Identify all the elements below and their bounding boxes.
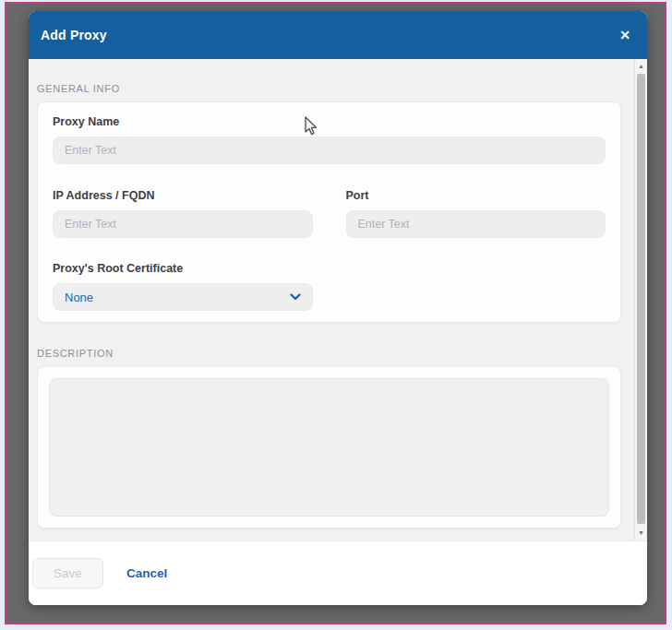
root-certificate-label: Proxy's Root Certificate	[53, 262, 313, 275]
vertical-scrollbar[interactable]: ▲ ▼	[634, 59, 647, 541]
root-certificate-field-group: Proxy's Root Certificate None	[53, 262, 313, 311]
general-info-heading: GENERAL INFO	[37, 83, 621, 94]
description-textarea[interactable]	[49, 378, 609, 517]
description-heading: DESCRIPTION	[37, 348, 621, 359]
port-field-group: Port	[346, 189, 606, 238]
dialog-footer: Save Cancel	[29, 541, 647, 605]
screen: Add Proxy ✕ GENERAL INFO Proxy Name IP A…	[0, 0, 672, 630]
ip-address-field-group: IP Address / FQDN	[53, 189, 313, 238]
cancel-button[interactable]: Cancel	[126, 566, 167, 580]
save-button[interactable]: Save	[32, 558, 103, 588]
scroll-down-icon[interactable]: ▼	[635, 526, 647, 541]
scrollbar-thumb[interactable]	[637, 74, 645, 524]
port-input[interactable]	[346, 210, 606, 238]
proxy-name-input[interactable]	[53, 137, 606, 164]
dialog-body: GENERAL INFO Proxy Name IP Address / FQD…	[29, 59, 647, 541]
ip-address-label: IP Address / FQDN	[53, 189, 313, 202]
ip-address-input[interactable]	[53, 210, 313, 238]
port-label: Port	[346, 189, 606, 202]
general-info-card: Proxy Name IP Address / FQDN Port	[37, 101, 621, 323]
root-certificate-select[interactable]: None	[53, 283, 313, 311]
description-card	[37, 366, 621, 529]
root-certificate-selected-value: None	[65, 291, 93, 304]
add-proxy-dialog: Add Proxy ✕ GENERAL INFO Proxy Name IP A…	[29, 11, 647, 605]
close-icon[interactable]: ✕	[619, 29, 630, 42]
proxy-name-label: Proxy Name	[53, 115, 606, 128]
chevron-down-icon	[290, 293, 301, 301]
scroll-up-icon[interactable]: ▲	[635, 59, 647, 74]
dialog-title: Add Proxy	[41, 28, 107, 42]
dialog-header: Add Proxy ✕	[29, 11, 647, 59]
